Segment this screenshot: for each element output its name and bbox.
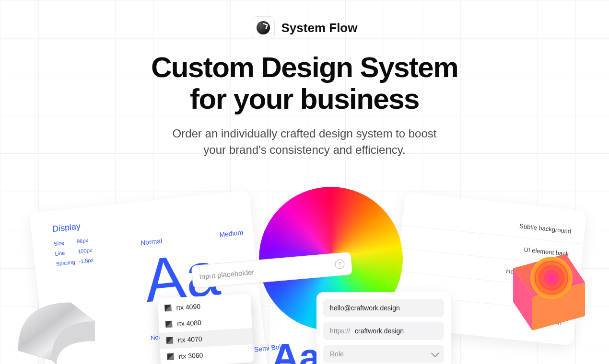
- dropdown-item-label: rtx 4070: [178, 335, 202, 344]
- gpu-icon: [164, 305, 172, 312]
- hero: Custom Design System for your business O…: [0, 52, 609, 158]
- gpu-icon: [166, 337, 174, 344]
- hero-title-line1: Custom Design System: [151, 51, 458, 83]
- hero-title: Custom Design System for your business: [0, 52, 609, 115]
- spec-line-value: 100px: [78, 247, 93, 254]
- decorative-chrome-arc: [9, 288, 114, 364]
- form-sample: hello@craftwork.design https:// craftwor…: [316, 292, 451, 364]
- url-prefix: https://: [330, 327, 350, 335]
- role-placeholder: Role: [330, 350, 344, 358]
- hero-subtitle: Order an individually crafted design sys…: [0, 125, 609, 158]
- dropdown-item-label: rtx 4090: [176, 303, 200, 312]
- spec-size-value: 96px: [76, 238, 88, 244]
- logo: [252, 16, 275, 39]
- decorative-gradient-cube: [499, 239, 595, 335]
- hero-title-line2: for your business: [190, 83, 419, 115]
- logo-icon: [257, 21, 270, 34]
- svg-point-3: [530, 257, 573, 299]
- email-field[interactable]: hello@craftwork.design: [323, 299, 444, 317]
- email-value: hello@craftwork.design: [330, 304, 400, 312]
- input-placeholder: Input placeholder: [199, 261, 335, 281]
- help-icon[interactable]: ?: [335, 259, 345, 270]
- url-field[interactable]: https:// craftwork.design: [323, 322, 444, 340]
- dropdown-item-label: rtx 4080: [177, 318, 201, 328]
- gpu-icon: [167, 353, 174, 361]
- brand-name: System Flow: [281, 21, 358, 35]
- header: System Flow: [0, 0, 609, 39]
- hero-sub-line1: Order an individually crafted design sys…: [173, 127, 437, 140]
- spec-spacing-value: -1.8px: [79, 257, 94, 264]
- dropdown-item-label: rtx 3060: [178, 351, 203, 360]
- spec-spacing-label: Spacing: [56, 257, 80, 269]
- url-value: craftwork.design: [355, 327, 404, 335]
- gpu-icon: [165, 321, 173, 328]
- chevron-down-icon: [431, 349, 439, 357]
- role-select[interactable]: Role: [323, 345, 444, 363]
- sample-glyph-mark: Aa: [271, 335, 320, 364]
- hero-sub-line2: your brand's consistency and efficiency.: [203, 143, 405, 156]
- dropdown-sample: rtx 4090 rtx 4080 rtx 4070 rtx 3060: [157, 294, 254, 364]
